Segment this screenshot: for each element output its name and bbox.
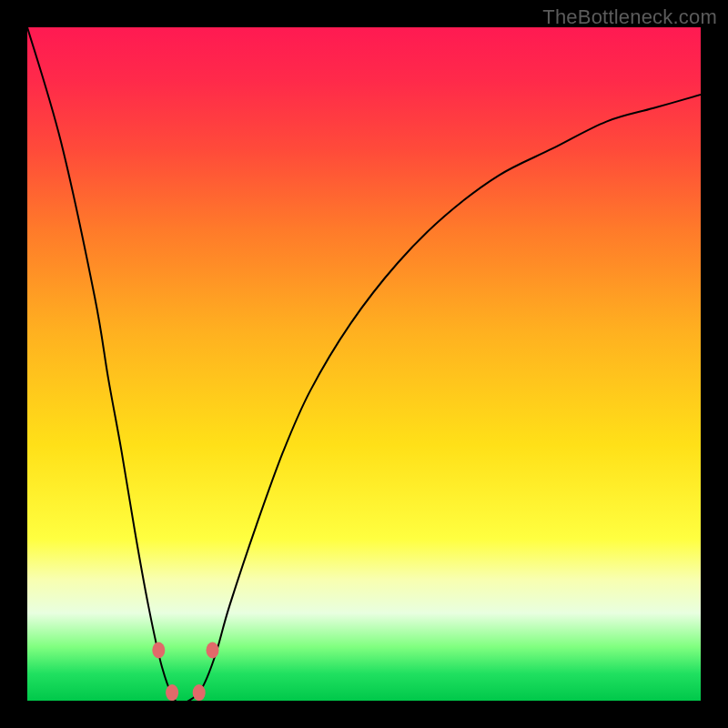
- bottleneck-curve: [27, 27, 701, 701]
- data-marker: [193, 684, 206, 701]
- chart-frame: TheBottleneck.com: [0, 0, 728, 728]
- curve-svg: [27, 27, 701, 701]
- watermark-text: TheBottleneck.com: [542, 5, 717, 29]
- plot-area: [27, 27, 701, 701]
- data-marker: [207, 642, 219, 659]
- data-marker: [166, 684, 178, 701]
- data-marker: [152, 642, 165, 659]
